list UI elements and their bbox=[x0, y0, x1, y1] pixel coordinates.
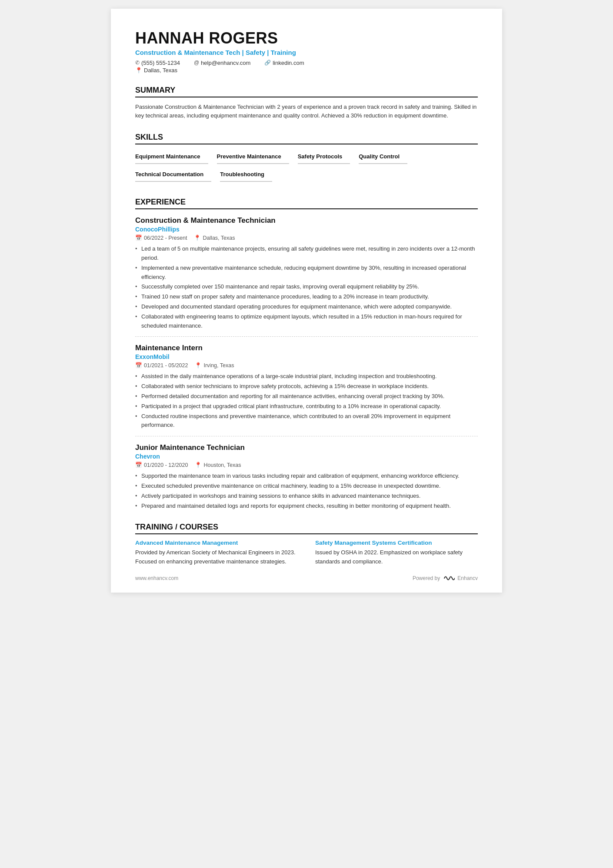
list-item: Executed scheduled preventive maintenanc… bbox=[135, 482, 478, 491]
training-col-2: Safety Management Systems Certification … bbox=[315, 540, 478, 566]
job-2-location: 📍 Irving, Texas bbox=[195, 362, 234, 369]
training-1-text: Provided by American Society of Mechanic… bbox=[135, 548, 298, 566]
email-address: help@enhancv.com bbox=[201, 60, 250, 66]
list-item: Performed detailed documentation and rep… bbox=[135, 392, 478, 401]
training-title: TRAINING / COURSES bbox=[135, 523, 478, 534]
brand-name: Enhancv bbox=[457, 575, 478, 581]
email-icon: @ bbox=[194, 60, 199, 66]
phone-contact: ✆ (555) 555-1234 bbox=[135, 60, 180, 66]
list-item: Developed and documented standard operat… bbox=[135, 302, 478, 312]
calendar-icon-3: 📅 bbox=[135, 462, 142, 468]
job-3: Junior Maintenance Technician Chevron 📅 … bbox=[135, 443, 478, 510]
candidate-name: HANNAH ROGERS bbox=[135, 30, 478, 47]
location-row: 📍 Dallas, Texas bbox=[135, 67, 478, 74]
skills-row-1: Equipment Maintenance Preventive Mainten… bbox=[135, 150, 478, 165]
list-item: Successfully completed over 150 maintena… bbox=[135, 282, 478, 292]
experience-title: EXPERIENCE bbox=[135, 198, 478, 209]
location-icon-3: 📍 bbox=[195, 462, 202, 468]
enhancv-logo: Powered by Enhancv bbox=[413, 574, 478, 582]
job-3-title: Junior Maintenance Technician bbox=[135, 443, 478, 452]
skill-quality-control: Quality Control bbox=[359, 150, 407, 164]
job-2-date: 📅 01/2021 - 05/2022 bbox=[135, 362, 188, 369]
skills-row-2: Technical Documentation Troubleshooting bbox=[135, 168, 478, 183]
list-item: Implemented a new preventative maintenan… bbox=[135, 264, 478, 282]
job-2-title: Maintenance Intern bbox=[135, 344, 478, 352]
calendar-icon-2: 📅 bbox=[135, 362, 142, 369]
list-item: Assisted in the daily maintenance operat… bbox=[135, 372, 478, 381]
list-item: Led a team of 5 on multiple maintenance … bbox=[135, 245, 478, 263]
phone-number: (555) 555-1234 bbox=[141, 60, 180, 66]
training-1-title: Advanced Maintenance Management bbox=[135, 540, 298, 546]
list-item: Conducted routine inspections and preven… bbox=[135, 412, 478, 430]
job-3-meta: 📅 01/2020 - 12/2020 📍 Houston, Texas bbox=[135, 462, 478, 468]
footer-website: www.enhancv.com bbox=[135, 575, 178, 581]
training-grid: Advanced Maintenance Management Provided… bbox=[135, 540, 478, 566]
location-icon-1: 📍 bbox=[194, 235, 201, 241]
job-3-company: Chevron bbox=[135, 453, 478, 460]
resume-page: HANNAH ROGERS Construction & Maintenance… bbox=[111, 9, 502, 593]
job-3-location: 📍 Houston, Texas bbox=[195, 462, 241, 468]
location-text: Dallas, Texas bbox=[144, 67, 177, 74]
job-1-meta: 📅 06/2022 - Present 📍 Dallas, Texas bbox=[135, 235, 478, 241]
job-2-meta: 📅 01/2021 - 05/2022 📍 Irving, Texas bbox=[135, 362, 478, 369]
skill-troubleshooting: Troubleshooting bbox=[220, 168, 272, 182]
powered-by-label: Powered by bbox=[413, 575, 440, 581]
list-item: Actively participated in workshops and t… bbox=[135, 492, 478, 501]
location-icon-2: 📍 bbox=[195, 362, 202, 369]
training-section: TRAINING / COURSES Advanced Maintenance … bbox=[135, 523, 478, 566]
job-1-title: Construction & Maintenance Technician bbox=[135, 216, 478, 225]
training-2-text: Issued by OSHA in 2022. Emphasized on wo… bbox=[315, 548, 478, 566]
training-col-1: Advanced Maintenance Management Provided… bbox=[135, 540, 298, 566]
list-item: Collaborated with engineering teams to o… bbox=[135, 312, 478, 331]
enhancv-icon bbox=[443, 574, 455, 582]
page-footer: www.enhancv.com Powered by Enhancv bbox=[135, 574, 478, 582]
job-1-date: 📅 06/2022 - Present bbox=[135, 235, 187, 241]
summary-text: Passionate Construction & Maintenance Te… bbox=[135, 103, 478, 121]
skill-equipment-maintenance: Equipment Maintenance bbox=[135, 150, 208, 164]
list-item: Collaborated with senior technicians to … bbox=[135, 382, 478, 391]
candidate-subtitle: Construction & Maintenance Tech | Safety… bbox=[135, 49, 478, 56]
job-3-date: 📅 01/2020 - 12/2020 bbox=[135, 462, 188, 468]
linkedin-url: linkedin.com bbox=[273, 60, 304, 66]
skill-preventive-maintenance: Preventive Maintenance bbox=[217, 150, 289, 164]
phone-icon: ✆ bbox=[135, 60, 140, 66]
skills-title: SKILLS bbox=[135, 133, 478, 144]
header: HANNAH ROGERS Construction & Maintenance… bbox=[135, 30, 478, 74]
training-2-title: Safety Management Systems Certification bbox=[315, 540, 478, 546]
skill-technical-documentation: Technical Documentation bbox=[135, 168, 211, 182]
list-item: Prepared and maintained detailed logs an… bbox=[135, 502, 478, 511]
job-1-bullets: Led a team of 5 on multiple maintenance … bbox=[135, 245, 478, 330]
email-contact: @ help@enhancv.com bbox=[194, 60, 250, 66]
location-icon: 📍 bbox=[135, 67, 142, 74]
linkedin-icon: 🔗 bbox=[264, 60, 271, 66]
job-2-bullets: Assisted in the daily maintenance operat… bbox=[135, 372, 478, 430]
job-1-company: ConocoPhillips bbox=[135, 226, 478, 233]
summary-title: SUMMARY bbox=[135, 86, 478, 97]
summary-section: SUMMARY Passionate Construction & Mainte… bbox=[135, 86, 478, 121]
job-2-company: ExxonMobil bbox=[135, 353, 478, 360]
experience-section: EXPERIENCE Construction & Maintenance Te… bbox=[135, 198, 478, 510]
job-3-bullets: Supported the maintenance team in variou… bbox=[135, 472, 478, 510]
job-2: Maintenance Intern ExxonMobil 📅 01/2021 … bbox=[135, 344, 478, 430]
skills-grid: Equipment Maintenance Preventive Mainten… bbox=[135, 150, 478, 185]
job-1: Construction & Maintenance Technician Co… bbox=[135, 216, 478, 330]
skills-section: SKILLS Equipment Maintenance Preventive … bbox=[135, 133, 478, 185]
skill-safety-protocols: Safety Protocols bbox=[298, 150, 350, 164]
job-1-location: 📍 Dallas, Texas bbox=[194, 235, 235, 241]
list-item: Participated in a project that upgraded … bbox=[135, 402, 478, 411]
calendar-icon: 📅 bbox=[135, 235, 142, 241]
linkedin-contact: 🔗 linkedin.com bbox=[264, 60, 304, 66]
list-item: Supported the maintenance team in variou… bbox=[135, 472, 478, 481]
list-item: Trained 10 new staff on proper safety an… bbox=[135, 292, 478, 302]
